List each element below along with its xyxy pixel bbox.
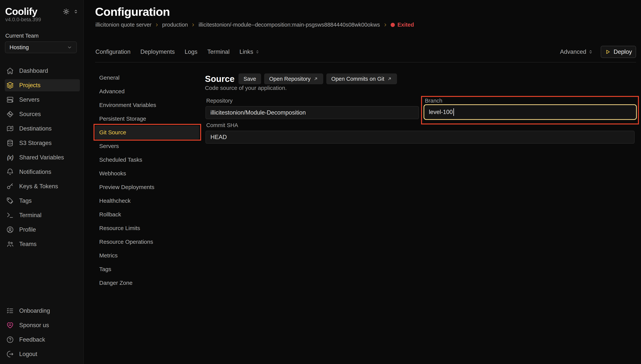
subnav-item-danger-zone[interactable]: Danger Zone <box>95 276 199 290</box>
user-circle-icon <box>6 226 14 234</box>
sidebar-item-label: Keys & Tokens <box>19 183 58 190</box>
sidebar-item-sources[interactable]: Sources <box>5 108 80 120</box>
save-button[interactable]: Save <box>239 74 261 84</box>
sidebar-item-label: S3 Storages <box>19 140 52 146</box>
deploy-label: Deploy <box>614 48 632 55</box>
heart-hands-icon <box>6 322 14 329</box>
sidebar-item-keys-tokens[interactable]: Keys & Tokens <box>5 180 80 192</box>
sidebar-item-sponsor-us[interactable]: Sponsor us <box>5 319 80 331</box>
sidebar-item-onboarding[interactable]: Onboarding <box>5 305 80 317</box>
database-icon <box>6 139 14 147</box>
tab-deployments[interactable]: Deployments <box>140 48 175 55</box>
repository-value: illicitestonion/Module-Decomposition <box>210 109 306 116</box>
subnav-item-scheduled-tasks[interactable]: Scheduled Tasks <box>95 153 199 166</box>
subnav-item-environment-variables[interactable]: Environment Variables <box>95 98 199 112</box>
status-badge: Exited <box>391 22 414 28</box>
subnav-item-git-source[interactable]: Git Source <box>95 126 199 139</box>
status-text: Exited <box>397 22 414 28</box>
breadcrumb: illicitonion quote server production ill… <box>96 22 414 28</box>
subnav-item-metrics[interactable]: Metrics <box>95 249 199 262</box>
sidebar-item-label: Destinations <box>19 125 52 132</box>
sidebar: Coolify v4.0.0-beta.399 Current Team Hos… <box>0 0 84 364</box>
breadcrumb-environment[interactable]: production <box>162 22 188 28</box>
repository-input[interactable]: illicitestonion/Module-Decomposition <box>206 106 419 119</box>
sidebar-item-logout[interactable]: Logout <box>5 348 80 360</box>
layers-icon <box>6 82 14 89</box>
deploy-button[interactable]: Deploy <box>601 46 636 58</box>
chevron-right-icon <box>191 22 195 27</box>
sidebar-item-label: Terminal <box>19 212 42 219</box>
sidebar-item-shared-variables[interactable]: (x) Shared Variables <box>5 152 80 164</box>
open-commits-button[interactable]: Open Commits on Git <box>326 74 397 84</box>
parentheses-x-icon: (x) <box>6 154 14 161</box>
subnav-item-advanced[interactable]: Advanced <box>95 84 199 98</box>
subnav-item-rollback[interactable]: Rollback <box>95 208 199 221</box>
tab-links[interactable]: Links <box>240 48 260 55</box>
subnav-item-webhooks[interactable]: Webhooks <box>95 166 199 180</box>
breadcrumb-application[interactable]: illicitestonion/-module--decomposition:m… <box>199 22 380 28</box>
team-select[interactable]: Hosting <box>5 42 77 53</box>
chevron-up-down-icon <box>588 50 593 54</box>
tab-label: Deployments <box>140 48 175 55</box>
sidebar-item-label: Onboarding <box>19 308 50 314</box>
sidebar-item-label: Shared Variables <box>19 154 64 161</box>
subnav-item-healthcheck[interactable]: Healthcheck <box>95 194 199 208</box>
commit-sha-label: Commit SHA <box>206 122 238 128</box>
divider <box>95 62 636 62</box>
breadcrumb-project[interactable]: illicitonion quote server <box>96 22 152 28</box>
sidebar-item-label: Projects <box>19 82 41 89</box>
chevron-up-down-icon[interactable] <box>73 9 79 14</box>
chevron-right-icon <box>383 22 388 27</box>
source-header-row: Source Save Open Repository Open Commits… <box>205 74 397 84</box>
subnav-item-general[interactable]: General <box>95 71 199 84</box>
subnav-item-preview-deployments[interactable]: Preview Deployments <box>95 180 199 194</box>
open-repository-button[interactable]: Open Repository <box>264 74 323 84</box>
terminal-icon <box>6 212 14 219</box>
subnav-item-tags[interactable]: Tags <box>95 262 199 276</box>
sidebar-item-servers[interactable]: Servers <box>5 94 80 106</box>
chevron-down-icon <box>67 45 72 50</box>
tab-bar: Configuration Deployments Logs Terminal … <box>96 46 260 58</box>
chevron-right-icon <box>155 22 159 27</box>
branch-label: Branch <box>425 98 442 104</box>
theme-sun-icon[interactable] <box>63 8 70 15</box>
tab-configuration[interactable]: Configuration <box>96 48 130 55</box>
key-icon <box>6 182 14 190</box>
subnav-item-persistent-storage[interactable]: Persistent Storage <box>95 112 199 126</box>
sidebar-item-label: Feedback <box>19 336 45 343</box>
subnav-item-resource-limits[interactable]: Resource Limits <box>95 221 199 235</box>
tag-icon <box>6 197 14 204</box>
tab-label: Terminal <box>207 48 230 55</box>
sidebar-item-teams[interactable]: Teams <box>5 238 80 250</box>
sidebar-item-s3-storages[interactable]: S3 Storages <box>5 137 80 149</box>
sidebar-item-notifications[interactable]: Notifications <box>5 166 80 178</box>
chevron-up-down-icon <box>255 50 260 54</box>
subnav-item-resource-operations[interactable]: Resource Operations <box>95 235 199 249</box>
commit-sha-value: HEAD <box>210 134 227 140</box>
sidebar-item-label: Tags <box>19 198 32 204</box>
tab-label: Configuration <box>96 48 130 55</box>
users-icon <box>6 240 14 248</box>
sidebar-item-feedback[interactable]: Feedback <box>5 334 80 346</box>
main-content: Configuration illicitonion quote server … <box>84 0 641 364</box>
commit-sha-input[interactable]: HEAD <box>206 131 634 144</box>
sidebar-item-projects[interactable]: Projects <box>5 79 80 92</box>
subnav-item-servers[interactable]: Servers <box>95 139 199 153</box>
branch-input[interactable]: level-100 <box>423 104 637 120</box>
sidebar-item-dashboard[interactable]: Dashboard <box>5 65 80 77</box>
sidebar-item-label: Logout <box>19 351 37 358</box>
sidebar-item-label: Dashboard <box>19 68 48 74</box>
tab-logs[interactable]: Logs <box>185 48 197 55</box>
sidebar-item-terminal[interactable]: Terminal <box>5 209 80 221</box>
advanced-dropdown[interactable]: Advanced <box>560 48 593 55</box>
tab-label: Links <box>240 48 253 55</box>
sidebar-item-label: Profile <box>19 226 36 233</box>
tab-terminal[interactable]: Terminal <box>207 48 230 55</box>
current-team-label: Current Team <box>5 33 39 39</box>
sidebar-item-destinations[interactable]: Destinations <box>5 122 80 135</box>
sidebar-item-profile[interactable]: Profile <box>5 224 80 236</box>
sidebar-nav: Dashboard Projects Servers Sources Desti… <box>5 65 80 252</box>
header-actions: Advanced Deploy <box>560 46 636 58</box>
sidebar-item-tags[interactable]: Tags <box>5 195 80 207</box>
git-source-icon <box>6 110 14 118</box>
